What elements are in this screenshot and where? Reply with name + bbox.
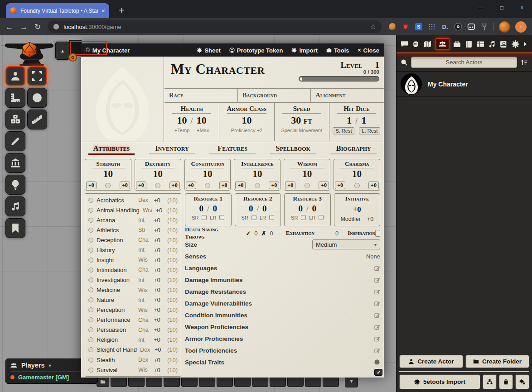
skill-row[interactable]: Arcana Int +0 (10): [88, 215, 178, 225]
ability-value[interactable]: 10: [234, 169, 280, 179]
skill-proficiency-radio[interactable]: [88, 337, 93, 342]
tab-close-icon[interactable]: ×: [102, 8, 105, 14]
ability-name[interactable]: Dexterity: [135, 160, 181, 167]
lr-checkbox[interactable]: [269, 215, 274, 220]
fork-extension-icon[interactable]: [480, 23, 488, 31]
ability-proficiency-radio[interactable]: [155, 183, 160, 188]
lr-checkbox[interactable]: [319, 215, 324, 220]
senses-value[interactable]: None: [366, 253, 380, 260]
death-success-count[interactable]: 0: [254, 230, 257, 237]
players-collapse-icon[interactable]: ▾: [49, 363, 51, 368]
resource-value[interactable]: 0: [199, 204, 204, 214]
death-success-icon[interactable]: ✓: [246, 230, 251, 237]
address-bar[interactable]: localhost:30000/game ☆: [48, 20, 382, 33]
ability-save-mod[interactable]: +0: [235, 182, 246, 189]
race-field[interactable]: Race: [164, 89, 237, 102]
hp-tempmax-label[interactable]: +Max: [197, 128, 209, 133]
hp-temp-label[interactable]: +Temp: [174, 128, 189, 133]
sheet-tab[interactable]: Attributes: [81, 144, 142, 157]
drawing-tools-button[interactable]: [5, 131, 25, 151]
skill-row[interactable]: Intimidation Cha +0 (10): [88, 265, 178, 275]
ability-value[interactable]: 10: [185, 169, 231, 179]
ability-check-mod[interactable]: +0: [269, 182, 279, 189]
skill-proficiency-radio[interactable]: [88, 287, 93, 292]
tab-combat-icon[interactable]: [412, 40, 420, 48]
maximize-button[interactable]: □: [500, 5, 503, 11]
skill-row[interactable]: Investigation Int +0 (10): [88, 275, 178, 285]
special-movement-label[interactable]: Special Movement: [275, 128, 329, 133]
initiative-modifier[interactable]: +0: [367, 216, 373, 222]
skill-row[interactable]: Survival Wis +0 (10): [88, 365, 178, 375]
macro-slot[interactable]: [181, 376, 198, 387]
sheet-config-button[interactable]: Sheet: [197, 47, 220, 54]
lens-extension-icon[interactable]: [454, 23, 462, 31]
search-input[interactable]: [411, 57, 517, 68]
tab-settings-icon[interactable]: [512, 40, 519, 48]
ruler-button[interactable]: [27, 110, 47, 129]
grid-extension-icon[interactable]: [428, 23, 436, 31]
close-sheet-button[interactable]: × Close: [358, 47, 379, 54]
ability-save-mod[interactable]: +0: [186, 182, 196, 189]
macro-slot[interactable]: [234, 376, 251, 387]
resource-title[interactable]: Resource 2: [235, 195, 281, 202]
ability-save-mod[interactable]: +0: [86, 182, 97, 189]
skill-row[interactable]: Acrobatics Dex +0 (10): [88, 195, 178, 205]
ability-name[interactable]: Strength: [85, 160, 131, 167]
ublock-extension-icon[interactable]: [401, 23, 410, 31]
actor-avatar[interactable]: [401, 73, 422, 95]
skill-row[interactable]: Animal Handling Wis +0 (10): [88, 205, 178, 215]
character-portrait[interactable]: [81, 57, 164, 142]
sheet-tab[interactable]: Features: [202, 144, 263, 157]
folder-tree-button[interactable]: [483, 374, 497, 389]
edit-icon[interactable]: [374, 336, 380, 342]
chrome-update-button[interactable]: ↑: [515, 21, 527, 33]
hp-max[interactable]: 10: [197, 115, 207, 126]
short-rest-button[interactable]: S. Rest: [333, 127, 354, 134]
long-rest-button[interactable]: L. Rest: [359, 127, 380, 134]
sr-checkbox[interactable]: [251, 215, 256, 220]
window-resize-handle[interactable]: [374, 369, 382, 376]
background-field[interactable]: Background: [237, 89, 311, 102]
ability-value[interactable]: 10: [135, 169, 181, 179]
edit-icon[interactable]: [374, 301, 380, 306]
skill-row[interactable]: Performance Cha +0 (10): [88, 315, 178, 325]
skill-proficiency-radio[interactable]: [88, 238, 93, 243]
skill-proficiency-radio[interactable]: [88, 327, 93, 332]
ability-check-mod[interactable]: +0: [120, 182, 130, 189]
macro-slot[interactable]: [252, 376, 268, 387]
ability-block[interactable]: Constitution 10 +0 +0: [184, 159, 231, 191]
ability-proficiency-radio[interactable]: [305, 183, 310, 188]
prototype-token-button[interactable]: Prototype Token: [229, 47, 283, 54]
skill-proficiency-radio[interactable]: [88, 268, 93, 272]
macro-slot[interactable]: [270, 376, 286, 387]
hp-current[interactable]: 10: [177, 115, 187, 126]
bookmark-star-icon[interactable]: ☆: [370, 23, 376, 31]
inspiration-checkbox[interactable]: [375, 230, 380, 237]
token-controls-button[interactable]: [5, 66, 25, 86]
macro-slot[interactable]: [217, 376, 233, 387]
ability-name[interactable]: Intelligence: [234, 160, 280, 167]
ability-block[interactable]: Wisdom 10 +0 +0: [284, 159, 330, 191]
death-failure-icon[interactable]: ✗: [261, 230, 266, 237]
minimize-button[interactable]: —: [478, 5, 484, 11]
5etools-import-button[interactable]: 5etools Import: [399, 374, 480, 389]
ability-block[interactable]: Charisma 10 +0 +0: [334, 159, 380, 191]
measure-ruler-button[interactable]: [5, 88, 25, 108]
ability-value[interactable]: 10: [284, 169, 330, 179]
skill-row[interactable]: Religion Int +0 (10): [88, 335, 178, 345]
skill-row[interactable]: Athletics Str +0 (10): [88, 225, 178, 235]
delete-trash-button[interactable]: [499, 374, 513, 389]
ability-block[interactable]: Dexterity 10 +0 +0: [135, 159, 181, 191]
resource-max[interactable]: 0: [262, 204, 267, 214]
death-saves-label[interactable]: Death Saving Throws: [185, 226, 222, 240]
lighting-controls-button[interactable]: [5, 175, 25, 195]
skill-row[interactable]: Stealth Dex +0 (10): [88, 355, 178, 365]
macro-slot[interactable]: [128, 376, 145, 387]
ability-proficiency-radio[interactable]: [205, 183, 210, 188]
resource-title[interactable]: Resource 3: [285, 195, 330, 202]
sr-checkbox[interactable]: [301, 215, 306, 220]
macro-slot[interactable]: [287, 376, 304, 387]
macro-slot[interactable]: [323, 376, 339, 387]
ability-value[interactable]: 10: [334, 169, 380, 179]
skill-proficiency-radio[interactable]: [88, 198, 93, 203]
